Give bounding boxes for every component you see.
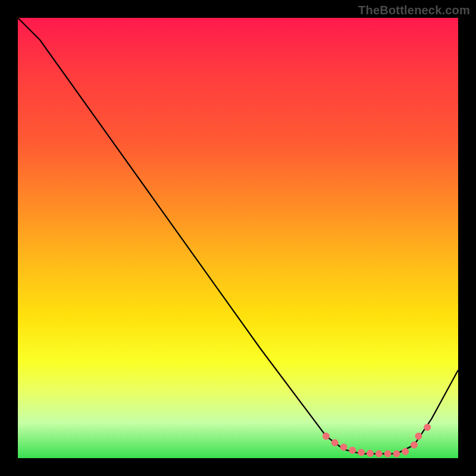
curve-marker xyxy=(393,450,400,457)
plot-area xyxy=(18,18,458,458)
curve-marker xyxy=(358,449,365,456)
curve-marker xyxy=(340,444,347,450)
curve-marker xyxy=(384,450,391,457)
bottleneck-curve xyxy=(18,18,458,454)
chart-svg xyxy=(18,18,458,458)
curve-marker xyxy=(375,450,382,457)
curve-marker xyxy=(349,447,356,453)
curve-marker xyxy=(424,424,431,431)
curve-markers xyxy=(323,424,431,457)
curve-marker xyxy=(415,433,422,440)
curve-marker xyxy=(323,433,330,440)
curve-marker xyxy=(331,440,338,446)
curve-marker xyxy=(411,441,418,448)
curve-marker xyxy=(402,448,409,455)
watermark-text: TheBottleneck.com xyxy=(358,4,470,17)
chart-stage: TheBottleneck.com xyxy=(0,0,476,476)
curve-marker xyxy=(367,450,374,456)
